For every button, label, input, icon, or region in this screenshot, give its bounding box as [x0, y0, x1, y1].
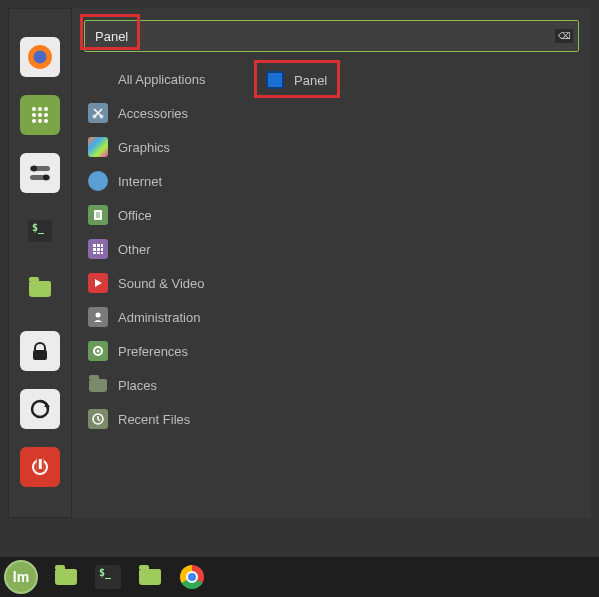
svg-point-9	[38, 119, 42, 123]
category-accessories[interactable]: Accessories	[84, 96, 244, 130]
search-wrap: ⌫	[84, 20, 579, 52]
svg-text:lm: lm	[13, 569, 29, 585]
svg-point-6	[38, 113, 42, 117]
category-label: Administration	[118, 310, 200, 325]
taskbar-files[interactable]	[52, 563, 80, 591]
svg-point-33	[96, 313, 101, 318]
folder-icon	[29, 281, 51, 297]
folder-icon	[55, 569, 77, 585]
toggle-icon	[29, 164, 51, 182]
category-label: Preferences	[118, 344, 188, 359]
folder-icon	[139, 569, 161, 585]
palette-icon	[88, 137, 108, 157]
category-label: Sound & Video	[118, 276, 205, 291]
category-graphics[interactable]: Graphics	[84, 130, 244, 164]
category-label: Graphics	[118, 140, 170, 155]
category-list: All Applications Accessories Graphics In…	[84, 62, 244, 518]
svg-rect-25	[101, 244, 103, 247]
start-button[interactable]: lm	[4, 560, 38, 594]
svg-point-35	[97, 350, 100, 353]
menu-content: All Applications Accessories Graphics In…	[72, 62, 591, 518]
spacer-icon	[88, 69, 108, 89]
svg-rect-30	[97, 252, 100, 254]
svg-rect-27	[97, 248, 100, 251]
chrome-icon	[180, 565, 204, 589]
category-label: All Applications	[118, 72, 205, 87]
svg-marker-32	[95, 279, 102, 287]
category-all-applications[interactable]: All Applications	[84, 62, 244, 96]
svg-point-10	[44, 119, 48, 123]
favorite-apps[interactable]	[20, 95, 60, 135]
category-label: Office	[118, 208, 152, 223]
results-list: Panel	[244, 62, 591, 518]
result-label: Panel	[294, 73, 327, 88]
admin-icon	[88, 307, 108, 327]
logout-button[interactable]	[20, 389, 60, 429]
lock-button[interactable]	[20, 331, 60, 371]
lock-icon	[33, 342, 47, 360]
taskbar-terminal[interactable]: $_	[94, 563, 122, 591]
favorite-files[interactable]	[20, 269, 60, 309]
svg-point-7	[44, 113, 48, 117]
category-office[interactable]: Office	[84, 198, 244, 232]
menu-main: ⌫ All Applications Accessories Graph	[72, 8, 591, 518]
document-icon	[88, 205, 108, 225]
favorite-firefox[interactable]	[20, 37, 60, 77]
category-other[interactable]: Other	[84, 232, 244, 266]
svg-point-14	[43, 175, 49, 181]
svg-point-2	[32, 107, 36, 111]
category-label: Places	[118, 378, 157, 393]
taskbar-chrome[interactable]	[178, 563, 206, 591]
terminal-icon: $_	[28, 220, 52, 242]
result-panel[interactable]: Panel	[260, 64, 591, 96]
category-label: Other	[118, 242, 151, 257]
favorite-settings[interactable]	[20, 153, 60, 193]
svg-rect-23	[93, 244, 96, 247]
grid-icon	[88, 239, 108, 259]
svg-point-12	[31, 166, 37, 172]
svg-point-8	[32, 119, 36, 123]
category-internet[interactable]: Internet	[84, 164, 244, 198]
folder-icon	[88, 375, 108, 395]
svg-point-3	[38, 107, 42, 111]
category-places[interactable]: Places	[84, 368, 244, 402]
firefox-icon	[27, 44, 53, 70]
shutdown-button[interactable]	[20, 447, 60, 487]
scissors-icon	[88, 103, 108, 123]
svg-rect-28	[101, 248, 103, 251]
taskbar: lm $_	[0, 557, 599, 597]
logout-icon	[30, 399, 50, 419]
svg-rect-29	[93, 252, 96, 254]
svg-rect-26	[93, 248, 96, 251]
svg-point-4	[44, 107, 48, 111]
svg-point-1	[34, 51, 47, 64]
recent-icon	[88, 409, 108, 429]
application-menu: $_ ⌫ All Applications	[8, 8, 591, 518]
svg-rect-31	[101, 252, 103, 254]
category-label: Internet	[118, 174, 162, 189]
category-label: Recent Files	[118, 412, 190, 427]
gear-icon	[88, 341, 108, 361]
category-recent-files[interactable]: Recent Files	[84, 402, 244, 436]
terminal-icon: $_	[95, 565, 121, 589]
play-icon	[88, 273, 108, 293]
category-administration[interactable]: Administration	[84, 300, 244, 334]
panel-icon	[266, 71, 284, 89]
mint-logo-icon: lm	[11, 567, 31, 587]
svg-rect-24	[97, 244, 100, 247]
globe-icon	[88, 171, 108, 191]
clear-search-button[interactable]: ⌫	[555, 29, 573, 43]
favorites-sidebar: $_	[8, 8, 72, 518]
svg-point-5	[32, 113, 36, 117]
favorite-terminal[interactable]: $_	[20, 211, 60, 251]
grid-icon	[31, 106, 49, 124]
taskbar-file-manager[interactable]	[136, 563, 164, 591]
power-icon	[32, 459, 48, 475]
category-sound-video[interactable]: Sound & Video	[84, 266, 244, 300]
backspace-icon: ⌫	[558, 31, 571, 41]
category-label: Accessories	[118, 106, 188, 121]
category-preferences[interactable]: Preferences	[84, 334, 244, 368]
search-input[interactable]	[84, 20, 579, 52]
